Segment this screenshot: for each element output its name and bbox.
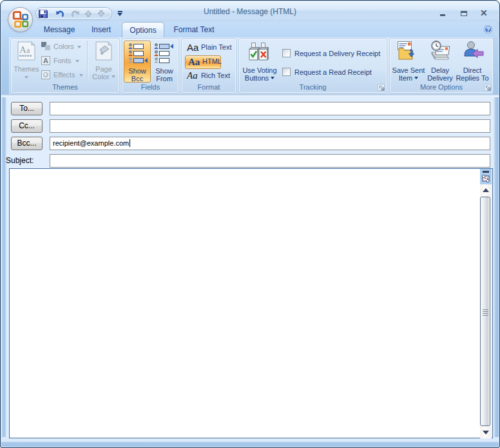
svg-text:a: a	[26, 46, 30, 55]
svg-text:A: A	[19, 44, 26, 55]
